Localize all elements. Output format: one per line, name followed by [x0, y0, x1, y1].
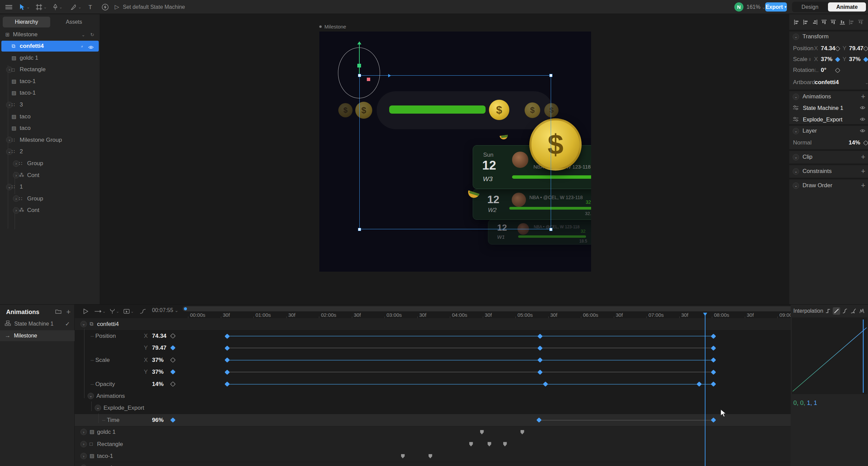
scale-x-value[interactable]: 37%	[821, 56, 832, 63]
chevron-down-icon[interactable]: ⌄	[81, 32, 85, 37]
add-animation-icon[interactable]: +	[66, 308, 71, 316]
keyframe-icon[interactable]	[224, 346, 230, 351]
tree-item-cont[interactable]: ›⁂Cont	[1, 205, 99, 216]
add-constraint-icon[interactable]: +	[861, 167, 865, 176]
timeline-row-row[interactable]: Y79.47	[75, 342, 791, 354]
animations-section-header[interactable]: ⌄ Animations +	[793, 92, 865, 101]
chevron-down-icon[interactable]: ⌄	[865, 80, 868, 85]
keyframe-icon[interactable]	[711, 346, 716, 351]
constraints-section-header[interactable]: ⌄ Constraints +	[793, 167, 865, 176]
keyframe-toggle-icon[interactable]	[170, 369, 176, 375]
keyframe-icon[interactable]	[711, 333, 716, 339]
curve-editor[interactable]	[792, 317, 867, 394]
keyframe-toggle-icon[interactable]	[863, 140, 868, 145]
x-handle[interactable]	[367, 78, 370, 81]
layer-opacity-value[interactable]: 14%	[849, 139, 860, 146]
timeline-row-opacity[interactable]: –Opacity14%	[75, 378, 791, 390]
property-value[interactable]: 14%	[152, 381, 164, 388]
timeline-row-taco-1[interactable]: ›▨taco-1	[75, 450, 791, 462]
tree-item-milestone-group[interactable]: ›∷Milestone Group	[1, 135, 99, 145]
tab-hierarchy[interactable]: Hierarchy	[3, 17, 50, 27]
keyframe-group-icon[interactable]	[429, 454, 432, 459]
origin-handle[interactable]	[357, 64, 361, 67]
tree-item-2[interactable]: ⌄∷2	[1, 146, 99, 157]
animation-row-milestone[interactable]: → Milestone	[0, 330, 75, 341]
playhead-line[interactable]	[705, 313, 705, 466]
property-value[interactable]: 37%	[152, 357, 164, 364]
align-center-v-icon[interactable]	[829, 18, 838, 26]
selection-handle-tl[interactable]	[358, 74, 361, 77]
keyframe-icon[interactable]	[711, 418, 716, 423]
tree-item-group[interactable]: ›∷Group	[1, 193, 99, 204]
tab-assets[interactable]: Assets	[52, 17, 96, 27]
artboard-root-row[interactable]: ⊞ Milestone ⌄ ↻	[0, 29, 100, 40]
position-y-value[interactable]: 79.47	[849, 45, 864, 52]
tree-item-rectangle[interactable]: ›□Rectangle	[1, 64, 99, 75]
select-tool-icon[interactable]	[20, 4, 25, 10]
keyframe-toggle-icon[interactable]	[863, 46, 868, 51]
artboard-tool-icon[interactable]	[36, 4, 42, 10]
tree-item-group[interactable]: ›∷Group	[1, 158, 99, 169]
pen-tool-icon[interactable]	[53, 4, 58, 10]
tree-item-3[interactable]: ›∷3	[1, 99, 99, 110]
keyframe-icon[interactable]	[224, 333, 230, 339]
knife-tool-icon[interactable]	[71, 4, 77, 10]
keyframe-group-icon[interactable]	[401, 454, 405, 459]
tab-design[interactable]: Design	[792, 4, 828, 10]
timeline-row-confetti4[interactable]: ⌄⧉confetti4	[75, 318, 791, 330]
keyframe-icon[interactable]	[224, 357, 230, 363]
text-tool-icon[interactable]: T	[88, 4, 93, 10]
eye-icon[interactable]	[860, 128, 865, 134]
keyframe-group-icon[interactable]	[488, 442, 491, 446]
y-axis-gizmo[interactable]	[359, 43, 360, 76]
tree-item-confetti4[interactable]: ⧉confetti4⟓	[1, 41, 99, 52]
zoom-level[interactable]: 161%⌄	[747, 0, 766, 14]
eye-icon[interactable]	[860, 116, 865, 123]
scale-y-value[interactable]: 37%	[849, 56, 861, 63]
expand-toggle-icon[interactable]: ›	[80, 441, 87, 447]
expand-toggle-icon[interactable]: ›	[13, 207, 19, 214]
artboard-title[interactable]: Milestone	[319, 24, 346, 30]
tree-item-taco[interactable]: ▨taco	[1, 111, 99, 122]
keyframe-group-icon[interactable]	[480, 430, 484, 434]
rotation-value[interactable]: 0°	[821, 67, 826, 74]
expand-toggle-icon[interactable]: ›	[13, 172, 19, 178]
avatar[interactable]: N	[734, 2, 743, 12]
sync-icon[interactable]: ↻	[90, 32, 94, 37]
work-area-bar[interactable]	[183, 306, 791, 311]
set-default-state-machine-label[interactable]: Set default State Machine	[123, 0, 185, 14]
eye-icon[interactable]	[860, 104, 865, 111]
keyframe-toggle-icon[interactable]	[835, 67, 841, 73]
inspector-animation-2[interactable]: Explode_Export	[793, 115, 865, 124]
keyframe-icon[interactable]	[711, 382, 716, 387]
layer-section-header[interactable]: ⌄ Layer	[793, 128, 865, 134]
play-state-icon[interactable]: ▷	[115, 0, 119, 14]
expand-toggle-icon[interactable]: ›	[13, 195, 19, 202]
keyframe-icon[interactable]	[711, 370, 716, 375]
clip-section-header[interactable]: ⌄ Clip +	[793, 153, 865, 161]
keyframe-group-icon[interactable]	[503, 442, 507, 446]
tree-item-goldc-1[interactable]: ▨goldc 1	[1, 53, 99, 63]
draw-order-section-header[interactable]: ⌄ Draw Order +	[793, 181, 865, 190]
keyframe-toggle-icon[interactable]	[170, 381, 176, 387]
menu-icon[interactable]	[5, 5, 12, 9]
expand-toggle-icon[interactable]: ⌄	[95, 405, 101, 411]
expand-toggle-icon[interactable]: ›	[80, 429, 87, 435]
keyframe-icon[interactable]	[543, 382, 548, 387]
keyframe-icon[interactable]	[537, 370, 543, 375]
keyframe-toggle-icon[interactable]	[835, 57, 841, 62]
hold-icon[interactable]	[824, 307, 832, 315]
property-value[interactable]: 79.47	[152, 345, 167, 351]
timeline-row-row[interactable]: Y37%	[75, 366, 791, 378]
distribute-v-icon[interactable]	[856, 18, 865, 26]
work-area-start-handle[interactable]	[184, 307, 187, 310]
keyframe-toggle-icon[interactable]	[170, 333, 176, 339]
keyframe-toggle-icon[interactable]	[170, 357, 176, 363]
tree-item-1[interactable]: ⌄∷1	[1, 181, 99, 192]
custom-ease-icon[interactable]	[850, 307, 857, 315]
tab-animate[interactable]: Animate	[828, 2, 866, 12]
eye-icon[interactable]	[88, 44, 94, 51]
add-animation-icon[interactable]: +	[861, 92, 865, 101]
expand-toggle-icon[interactable]: ›	[13, 160, 19, 167]
scale-link-icon[interactable]: ∞	[808, 58, 813, 61]
